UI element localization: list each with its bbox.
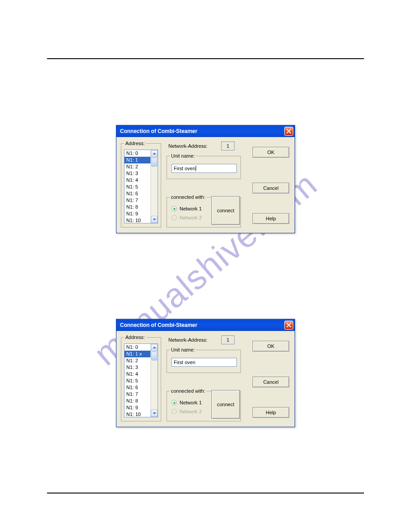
dialog-connection-2: Connection of Combi-Steamer Address: N1:… bbox=[116, 319, 295, 427]
unit-name-input[interactable]: First oven bbox=[171, 358, 237, 367]
list-item[interactable]: N1: 2 bbox=[124, 357, 150, 364]
text-caret bbox=[196, 166, 196, 171]
radio-icon bbox=[171, 400, 177, 405]
list-item[interactable]: N1: 9 bbox=[124, 404, 150, 411]
page-top-rule bbox=[47, 58, 364, 59]
address-legend: Address: bbox=[124, 335, 146, 340]
title-text: Connection of Combi-Steamer bbox=[120, 128, 197, 134]
page-bottom-rule bbox=[47, 493, 364, 493]
unit-name-legend: Unit name: bbox=[170, 153, 196, 159]
radio-label: Network 2 bbox=[180, 409, 202, 414]
cancel-button[interactable]: Cancel bbox=[253, 183, 289, 193]
help-button[interactable]: Help bbox=[253, 407, 289, 418]
scroll-down-icon[interactable] bbox=[151, 410, 158, 417]
title-text: Connection of Combi-Steamer bbox=[120, 322, 197, 328]
network-address-label: Network-Address: bbox=[168, 337, 207, 343]
scroll-down-icon[interactable] bbox=[151, 216, 158, 223]
list-item[interactable]: N1: 9 bbox=[124, 210, 150, 217]
titlebar[interactable]: Connection of Combi-Steamer bbox=[116, 125, 295, 137]
list-item[interactable]: N1: 2 bbox=[124, 163, 150, 170]
unit-name-fieldset: Unit name: First oven bbox=[167, 153, 241, 179]
network-address-value: 1 bbox=[221, 142, 235, 150]
list-item[interactable]: N1: 10 bbox=[124, 217, 150, 223]
address-list-inner: N1: 0 N1: 1 N1: 2 N1: 3 N1: 4 N1: 5 N1: … bbox=[124, 150, 150, 223]
unit-name-fieldset: Unit name: First oven bbox=[167, 347, 241, 373]
scroll-thumb[interactable] bbox=[151, 352, 157, 360]
connect-button[interactable]: connect bbox=[211, 196, 240, 225]
list-item[interactable]: N1: 7 bbox=[124, 391, 150, 398]
radio-label: Network 1 bbox=[180, 206, 202, 211]
address-fieldset: Address: N1: 0 N1: 1 x N1: 2 N1: 3 N1: 4… bbox=[121, 335, 161, 421]
scroll-up-icon[interactable] bbox=[151, 150, 158, 157]
list-item[interactable]: N1: 6 bbox=[124, 190, 150, 197]
radio-icon bbox=[171, 215, 177, 220]
close-icon[interactable] bbox=[284, 127, 293, 136]
scrollbar[interactable] bbox=[150, 150, 158, 223]
scrollbar[interactable] bbox=[150, 344, 158, 417]
list-item[interactable]: N1: 10 bbox=[124, 411, 150, 417]
ok-button[interactable]: OK bbox=[253, 147, 289, 158]
cancel-button[interactable]: Cancel bbox=[253, 377, 289, 387]
list-item[interactable]: N1: 0 bbox=[124, 150, 150, 157]
scroll-thumb[interactable] bbox=[151, 158, 157, 167]
list-item[interactable]: N1: 4 bbox=[124, 177, 150, 184]
radio-network-1[interactable]: Network 1 bbox=[171, 204, 202, 213]
radio-label: Network 2 bbox=[180, 215, 202, 220]
ok-button[interactable]: OK bbox=[253, 341, 289, 352]
list-item[interactable]: N1: 5 bbox=[124, 184, 150, 190]
address-listbox[interactable]: N1: 0 N1: 1 N1: 2 N1: 3 N1: 4 N1: 5 N1: … bbox=[124, 150, 158, 223]
list-item[interactable]: N1: 5 bbox=[124, 378, 150, 384]
scroll-up-icon[interactable] bbox=[151, 344, 158, 351]
list-item[interactable]: N1: 8 bbox=[124, 398, 150, 404]
scroll-track[interactable] bbox=[151, 361, 158, 410]
radio-icon bbox=[171, 409, 177, 414]
list-item[interactable]: N1: 3 bbox=[124, 170, 150, 177]
radio-label: Network 1 bbox=[180, 400, 202, 405]
unit-name-value: First oven bbox=[174, 166, 195, 171]
unit-name-input[interactable]: First oven bbox=[171, 164, 237, 173]
list-item[interactable]: N1: 3 bbox=[124, 364, 150, 371]
unit-name-legend: Unit name: bbox=[170, 347, 196, 352]
connected-with-legend: connected with: bbox=[170, 388, 206, 394]
close-icon[interactable] bbox=[284, 321, 293, 330]
address-listbox[interactable]: N1: 0 N1: 1 x N1: 2 N1: 3 N1: 4 N1: 5 N1… bbox=[124, 343, 158, 417]
dialog-connection-1: Connection of Combi-Steamer Address: N1:… bbox=[116, 125, 295, 233]
titlebar[interactable]: Connection of Combi-Steamer bbox=[116, 319, 295, 331]
list-item[interactable]: N1: 0 bbox=[124, 344, 150, 351]
connect-button[interactable]: connect bbox=[211, 390, 240, 419]
list-item[interactable]: N1: 7 bbox=[124, 197, 150, 204]
address-list-inner: N1: 0 N1: 1 x N1: 2 N1: 3 N1: 4 N1: 5 N1… bbox=[124, 344, 150, 417]
network-address-label: Network-Address: bbox=[168, 143, 207, 149]
help-button[interactable]: Help bbox=[253, 213, 289, 224]
scroll-track[interactable] bbox=[151, 167, 158, 216]
radio-network-1[interactable]: Network 1 bbox=[171, 398, 202, 407]
connected-with-legend: connected with: bbox=[170, 194, 206, 200]
network-address-value: 1 bbox=[221, 335, 235, 344]
list-item[interactable]: N1: 8 bbox=[124, 204, 150, 210]
address-legend: Address: bbox=[124, 141, 146, 146]
radio-icon bbox=[171, 206, 177, 211]
address-fieldset: Address: N1: 0 N1: 1 N1: 2 N1: 3 N1: 4 N… bbox=[121, 141, 161, 227]
radio-network-2: Network 2 bbox=[171, 407, 202, 416]
list-item[interactable]: N1: 4 bbox=[124, 371, 150, 378]
list-item[interactable]: N1: 1 x bbox=[124, 351, 150, 357]
radio-network-2: Network 2 bbox=[171, 213, 202, 222]
list-item[interactable]: N1: 1 bbox=[124, 157, 150, 163]
unit-name-value: First oven bbox=[174, 360, 195, 365]
list-item[interactable]: N1: 6 bbox=[124, 384, 150, 391]
